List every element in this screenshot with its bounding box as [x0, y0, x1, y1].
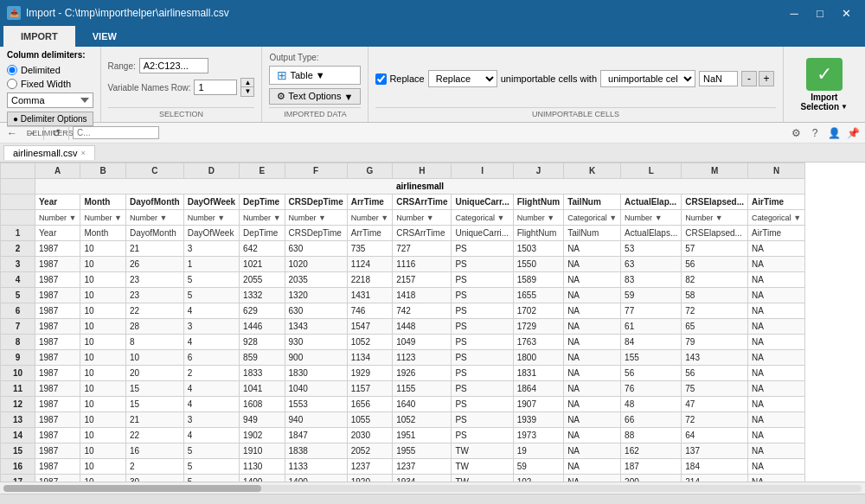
- cell-8-G[interactable]: 1052: [347, 335, 392, 350]
- cell-12-K[interactable]: NA: [564, 397, 621, 412]
- cell-6-L[interactable]: 77: [621, 303, 682, 319]
- cell-9-J[interactable]: 1800: [513, 350, 563, 366]
- col-header-G[interactable]: G: [347, 163, 392, 179]
- cell-15-G[interactable]: 2052: [347, 443, 392, 459]
- cell-10-N[interactable]: NA: [748, 366, 805, 381]
- horizontal-scrollbar[interactable]: [0, 482, 865, 494]
- tab-import[interactable]: IMPORT: [3, 26, 75, 47]
- table-button[interactable]: ⊞ Table ▼: [269, 66, 361, 85]
- cell-1-J[interactable]: FlightNum: [513, 226, 563, 241]
- cell-14-M[interactable]: 64: [682, 428, 748, 443]
- cell-6-J[interactable]: 1702: [513, 303, 563, 319]
- cell-14-B[interactable]: 10: [80, 428, 125, 443]
- cell-13-H[interactable]: 1052: [393, 412, 452, 428]
- cell-14-F[interactable]: 1847: [285, 428, 347, 443]
- pin-icon[interactable]: 📌: [844, 124, 862, 142]
- cell-12-N[interactable]: NA: [748, 397, 805, 412]
- cell-9-F[interactable]: 900: [285, 350, 347, 366]
- range-input[interactable]: [139, 58, 208, 73]
- cell-10-K[interactable]: NA: [564, 366, 621, 381]
- replace-dropdown[interactable]: Replace: [428, 70, 497, 87]
- cell-13-F[interactable]: 940: [285, 412, 347, 428]
- cell-4-D[interactable]: 5: [183, 272, 239, 288]
- minus-button[interactable]: -: [741, 71, 757, 86]
- cell-15-N[interactable]: NA: [748, 443, 805, 459]
- cell-7-K[interactable]: NA: [564, 319, 621, 335]
- cell-2-M[interactable]: 57: [682, 241, 748, 257]
- cell-17-D[interactable]: 5: [183, 475, 239, 482]
- cell-16-E[interactable]: 1130: [240, 459, 285, 475]
- cell-6-K[interactable]: NA: [564, 303, 621, 319]
- cell-9-E[interactable]: 859: [240, 350, 285, 366]
- cell-17-G[interactable]: 1920: [347, 475, 392, 482]
- cell-3-E[interactable]: 1021: [240, 257, 285, 272]
- cell-4-F[interactable]: 2035: [285, 272, 347, 288]
- cell-2-F[interactable]: 630: [285, 241, 347, 257]
- cell-10-I[interactable]: PS: [452, 366, 513, 381]
- cell-5-L[interactable]: 59: [621, 288, 682, 303]
- fixed-width-radio[interactable]: [7, 79, 17, 89]
- search-input[interactable]: [73, 126, 159, 139]
- cell-5-H[interactable]: 1418: [393, 288, 452, 303]
- cell-14-C[interactable]: 22: [125, 428, 183, 443]
- col-header-F[interactable]: F: [285, 163, 347, 179]
- cell-7-H[interactable]: 1448: [393, 319, 452, 335]
- cell-5-J[interactable]: 1655: [513, 288, 563, 303]
- cell-5-G[interactable]: 1431: [347, 288, 392, 303]
- cell-7-B[interactable]: 10: [80, 319, 125, 335]
- cell-9-C[interactable]: 10: [125, 350, 183, 366]
- settings-icon[interactable]: ⚙: [787, 124, 804, 142]
- col-header-J[interactable]: J: [513, 163, 563, 179]
- cell-17-K[interactable]: NA: [564, 475, 621, 482]
- forward-icon[interactable]: →: [22, 124, 40, 142]
- cell-2-H[interactable]: 727: [393, 241, 452, 257]
- cell-6-M[interactable]: 72: [682, 303, 748, 319]
- cell-7-E[interactable]: 1446: [240, 319, 285, 335]
- cell-1-B[interactable]: Month: [80, 226, 125, 241]
- cell-17-B[interactable]: 10: [80, 475, 125, 482]
- cell-13-K[interactable]: NA: [564, 412, 621, 428]
- cell-9-D[interactable]: 6: [183, 350, 239, 366]
- cell-15-C[interactable]: 16: [125, 443, 183, 459]
- cell-10-J[interactable]: 1831: [513, 366, 563, 381]
- cell-17-A[interactable]: 1987: [35, 475, 80, 482]
- cell-7-I[interactable]: PS: [452, 319, 513, 335]
- cell-11-H[interactable]: 1155: [393, 381, 452, 397]
- cell-2-N[interactable]: NA: [748, 241, 805, 257]
- cell-9-N[interactable]: NA: [748, 350, 805, 366]
- cell-6-E[interactable]: 629: [240, 303, 285, 319]
- cell-12-H[interactable]: 1640: [393, 397, 452, 412]
- cell-2-A[interactable]: 1987: [35, 241, 80, 257]
- cell-10-D[interactable]: 2: [183, 366, 239, 381]
- varnames-spinner[interactable]: ▲ ▼: [240, 78, 254, 97]
- cell-12-B[interactable]: 10: [80, 397, 125, 412]
- user-icon[interactable]: 👤: [825, 124, 843, 142]
- cell-1-L[interactable]: ActualElaps...: [621, 226, 682, 241]
- cell-2-K[interactable]: NA: [564, 241, 621, 257]
- cell-13-I[interactable]: PS: [452, 412, 513, 428]
- cell-11-N[interactable]: NA: [748, 381, 805, 397]
- cell-4-M[interactable]: 82: [682, 272, 748, 288]
- cell-4-A[interactable]: 1987: [35, 272, 80, 288]
- cell-12-E[interactable]: 1608: [240, 397, 285, 412]
- col-header-B[interactable]: B: [80, 163, 125, 179]
- cell-9-M[interactable]: 143: [682, 350, 748, 366]
- cell-13-N[interactable]: NA: [748, 412, 805, 428]
- cell-6-A[interactable]: 1987: [35, 303, 80, 319]
- cell-12-C[interactable]: 15: [125, 397, 183, 412]
- cell-8-E[interactable]: 928: [240, 335, 285, 350]
- cell-4-B[interactable]: 10: [80, 272, 125, 288]
- cell-14-L[interactable]: 88: [621, 428, 682, 443]
- cell-4-K[interactable]: NA: [564, 272, 621, 288]
- cell-13-D[interactable]: 3: [183, 412, 239, 428]
- col-header-C[interactable]: C: [125, 163, 183, 179]
- cell-5-N[interactable]: NA: [748, 288, 805, 303]
- cell-1-C[interactable]: DayofMonth: [125, 226, 183, 241]
- cell-3-A[interactable]: 1987: [35, 257, 80, 272]
- cell-10-H[interactable]: 1926: [393, 366, 452, 381]
- cell-10-F[interactable]: 1830: [285, 366, 347, 381]
- file-tab-close[interactable]: ×: [81, 149, 86, 157]
- cell-13-J[interactable]: 1939: [513, 412, 563, 428]
- cell-3-B[interactable]: 10: [80, 257, 125, 272]
- cell-15-A[interactable]: 1987: [35, 443, 80, 459]
